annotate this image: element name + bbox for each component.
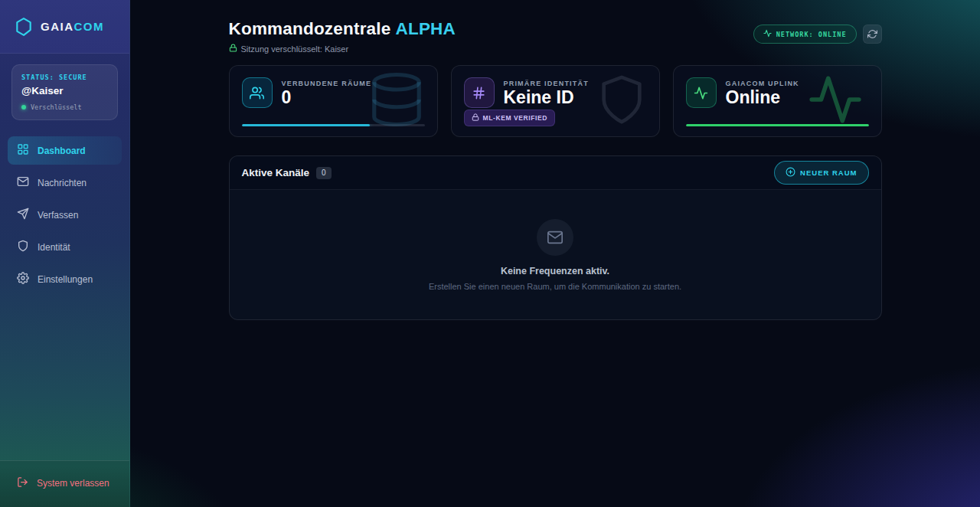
hexagon-logo-icon [14,17,34,37]
sidebar-item-label: Einstellungen [38,274,93,285]
empty-state-title: Keine Frequenzen aktiv. [501,266,609,276]
network-status-badge: NETWORK: ONLINE [753,25,857,44]
page-header: KommandozentraleALPHA Sitzung verschlüss… [229,19,882,54]
activity-icon [686,77,717,108]
lock-icon [229,44,237,54]
mlkem-verified-badge: ML-KEM VERIFIED [464,110,556,126]
channel-count-badge: 0 [316,167,332,179]
mail-icon [537,219,573,256]
page-title-accent: ALPHA [395,19,456,38]
sidebar-item-label: Dashboard [38,146,86,156]
plus-circle-icon [786,167,795,178]
stats-row: VERBUNDENE RÄUME 0 PRIMÄRE IDENTITÄT Kei… [229,65,882,137]
stat-label: PRIMÄRE IDENTITÄT [504,80,589,87]
gear-icon [17,272,29,286]
shield-icon [595,68,648,134]
refresh-button[interactable] [863,25,882,44]
sidebar-item-einstellungen[interactable]: Einstellungen [8,265,122,293]
session-subtitle: Sitzung verschlüsselt: Kaiser [229,44,456,54]
stat-label: GAIACOM UPLINK [726,80,799,87]
new-room-button[interactable]: NEUER RAUM [774,161,868,185]
send-icon [17,208,29,222]
panel-header: Aktive Kanäle 0 NEUER RAUM [230,156,881,190]
activity-icon [800,71,871,131]
sidebar-item-dashboard[interactable]: Dashboard [8,136,122,165]
stat-label: VERBUNDENE RÄUME [282,80,372,87]
sidebar-item-nachrichten[interactable]: Nachrichten [8,168,122,197]
session-status-card: STATUS: SECURE @Kaiser Verschlüsselt [11,64,118,120]
page-title: KommandozentraleALPHA [229,19,456,39]
hash-icon [464,77,495,108]
brand-header: GAIACOM [0,0,129,54]
brand-name: GAIACOM [41,20,104,33]
sidebar-item-label: Verfassen [38,210,78,221]
sidebar-nav: Dashboard Nachrichten Verfassen Identitä… [0,126,129,460]
sidebar-item-identitaet[interactable]: Identität [8,233,122,261]
stat-value: Keine ID [504,89,589,106]
database-icon [367,70,426,132]
logout-label: System verlassen [37,478,109,489]
stat-value: 0 [282,89,372,106]
grid-icon [17,143,29,158]
empty-state: Keine Frequenzen aktiv. Erstellen Sie ei… [230,190,881,319]
sidebar-footer: System verlassen [0,460,129,507]
stat-card-rooms: VERBUNDENE RÄUME 0 [229,65,438,137]
encryption-label: Verschlüsselt [31,103,82,111]
activity-icon [763,29,772,39]
lock-icon [472,113,479,123]
empty-state-subtitle: Erstellen Sie einen neuen Raum, um die K… [429,282,681,291]
sidebar-item-label: Identität [38,242,70,253]
logout-button[interactable]: System verlassen [8,471,122,496]
main-content: KommandozentraleALPHA Sitzung verschlüss… [130,0,980,507]
stat-value: Online [726,89,799,106]
sidebar: GAIACOM STATUS: SECURE @Kaiser Verschlüs… [0,0,130,507]
users-icon [242,77,273,108]
status-secure-label: STATUS: SECURE [21,74,108,81]
stat-card-uplink: GAIACOM UPLINK Online [673,65,882,137]
shield-icon [17,240,29,254]
stat-card-identity: PRIMÄRE IDENTITÄT Keine ID ML-KEM VERIFI… [451,65,660,137]
logout-icon [17,476,28,490]
refresh-icon [867,29,877,39]
panel-title: Aktive Kanäle [242,167,310,178]
encrypted-status-dot [21,105,26,110]
username: @Kaiser [21,85,108,96]
mail-icon [17,175,29,190]
sidebar-item-verfassen[interactable]: Verfassen [8,201,122,229]
active-channels-panel: Aktive Kanäle 0 NEUER RAUM Keine Frequen… [229,155,882,320]
sidebar-item-label: Nachrichten [38,178,87,188]
